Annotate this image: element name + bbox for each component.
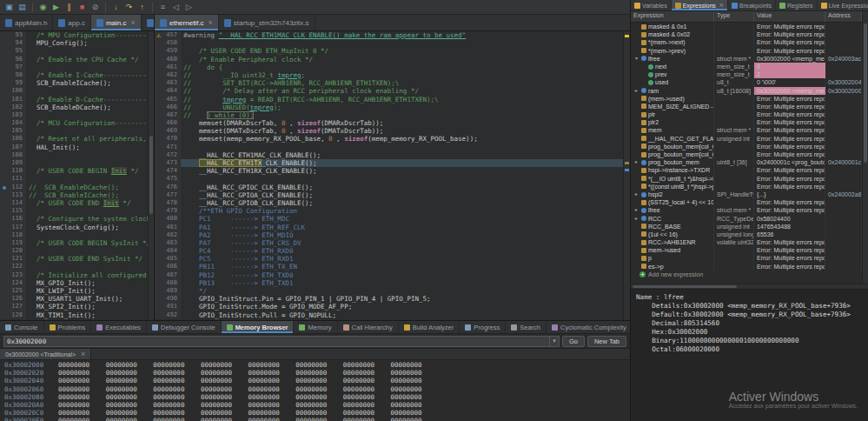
editor-tab[interactable]: mem.h: [142, 15, 154, 30]
expression-row[interactable]: mem->usedError: Multiple errors reported…: [631, 246, 862, 254]
code-line[interactable]: 116 /* Configure the system clock */: [0, 215, 148, 223]
code-line[interactable]: 119 /* USER CODE BEGIN SysInit */: [0, 239, 148, 247]
code-line[interactable]: 110 /* USER CODE BEGIN Init */: [0, 167, 148, 175]
code-line[interactable]: 105: [0, 127, 148, 135]
code-line[interactable]: 492 GPIO_InitStruct.Pull = GPIO_NOPULL;: [155, 311, 623, 319]
console-tab-search[interactable]: Search: [506, 321, 547, 333]
expressions-hscrollbar[interactable]: [631, 284, 868, 289]
code-line[interactable]: 476 __HAL_RCC_GPIOC_CLK_ENABLE();: [155, 184, 623, 191]
expression-row[interactable]: masked & 0x02Error: Multiple errors repo…: [631, 30, 862, 38]
code-line[interactable]: 95: [0, 47, 148, 55]
save-all-icon[interactable]: ▤: [17, 2, 28, 13]
step-return-icon[interactable]: ↑: [136, 2, 148, 13]
expression-row[interactable]: es->pError: Multiple errors reported.\ F…: [631, 263, 862, 271]
code-line[interactable]: 124 MX_GPIO_Init();: [0, 279, 148, 287]
expression-row[interactable]: ▸hspi2SPI_HandleTypeDef{...}0x240002a8: [631, 190, 862, 198]
code-line[interactable]: 103: [0, 111, 148, 119]
ruler-cursor-mark[interactable]: [625, 169, 629, 171]
code-line[interactable]: 475: [155, 175, 623, 183]
code-line[interactable]: 463// SET_BIT(RCC->AHB1ENR, RCC_AHB1ENR_…: [155, 79, 623, 87]
expressions-column-header[interactable]: Type: [714, 11, 754, 22]
back-icon[interactable]: ◁: [170, 2, 182, 13]
editor-tab[interactable]: startup_stm32h743zitx.s: [219, 15, 315, 30]
terminate-icon[interactable]: ■: [76, 2, 88, 13]
expander-icon[interactable]: ▸: [633, 87, 639, 95]
editor-tab[interactable]: appMain.h: [0, 15, 53, 30]
overview-ruler[interactable]: [623, 31, 630, 320]
console-tab-problems[interactable]: Problems: [44, 321, 92, 333]
expander-icon[interactable]: ▸: [633, 158, 639, 166]
memory-go-button[interactable]: Go: [562, 336, 585, 347]
code-line[interactable]: 111: [0, 175, 148, 183]
expression-row[interactable]: memstruct mem *Error: Multiple errors re…: [631, 126, 862, 134]
close-icon[interactable]: ×: [81, 350, 85, 358]
console-tab-executables[interactable]: Executables: [91, 321, 147, 333]
code-line[interactable]: 114 /* USER CODE END Init */: [0, 199, 148, 207]
code-line[interactable]: 477 __HAL_RCC_GPIOA_CLK_ENABLE();: [155, 191, 623, 199]
code-line[interactable]: 128 MX_TIM1_Init();: [0, 311, 148, 319]
add-expression-row[interactable]: + Add new expression: [631, 271, 862, 278]
memory-row[interactable]: 0x300020A000000000 00000000 00000000 000…: [4, 401, 628, 409]
memory-row[interactable]: 0x300020C000000000 00000000 00000000 000…: [4, 409, 628, 417]
expression-row[interactable]: (SST25_local + 4) << 10Error: Multiple e…: [631, 198, 862, 206]
code-line[interactable]: 473 __HAL_RCC_ETH1TX_CLK_ENABLE();: [155, 159, 623, 167]
code-line[interactable]: 125 MX_LWIP_Init();: [0, 287, 148, 295]
memory-address-input[interactable]: [3, 336, 550, 347]
editor-tab[interactable]: ethernetif.c×: [155, 15, 219, 30]
code-line[interactable]: 106 /* Reset of all peripherals, Initial…: [0, 135, 148, 143]
expression-row[interactable]: pError: Multiple errors reported.\ Faile…: [631, 254, 862, 262]
code-line[interactable]: 460 /* Enable Peripheral clock */: [155, 56, 623, 63]
code-line[interactable]: 465// tmpreg = READ_BIT(RCC->AHB1ENR, RC…: [155, 96, 623, 104]
console-tab-debugger-console[interactable]: Debugger Console: [147, 321, 222, 333]
chevron-down-icon[interactable]: ▾: [550, 336, 560, 347]
left-editor-scrollbar[interactable]: [148, 31, 154, 320]
memory-row[interactable]: 0x3000204000000000 00000000 00000000 000…: [4, 377, 628, 384]
close-icon[interactable]: ×: [209, 18, 213, 27]
expander-icon[interactable]: ▸: [633, 215, 639, 223]
suspend-icon[interactable]: ∥: [63, 2, 75, 13]
code-line[interactable]: 115: [0, 207, 148, 215]
expressions-column-header[interactable]: Expression: [631, 11, 714, 22]
code-line[interactable]: 482 PA2 ------> ETH_MDIO: [155, 231, 623, 239]
code-line[interactable]: 480 PC1 ------> ETH_MDC: [155, 215, 623, 223]
code-line[interactable]: 98 /* Enable I-Cache--------------------…: [0, 71, 148, 79]
code-line[interactable]: 99 SCB_EnableICache();: [0, 79, 148, 87]
code-line[interactable]: 490 GPIO_InitStruct.Pin = GPIO_PIN_1 | G…: [155, 295, 623, 303]
code-line[interactable]: 94 MPU_Config();: [0, 39, 148, 47]
editor-tab[interactable]: app.c: [53, 15, 91, 30]
code-line[interactable]: 474 __HAL_RCC_ETH1RX_CLK_ENABLE();: [155, 167, 623, 175]
code-line[interactable]: 491 GPIO_InitStruct.Mode = GPIO_MODE_AF_…: [155, 303, 623, 311]
code-line[interactable]: 107 HAL_Init();: [0, 144, 148, 151]
code-line[interactable]: 112// SCB_EnableDCache();: [0, 184, 148, 191]
tab-variables[interactable]: Variables: [631, 0, 672, 10]
editor-tab[interactable]: main.c×: [91, 15, 142, 30]
step-into-icon[interactable]: ↓: [110, 2, 122, 13]
console-tab-call-hierarchy[interactable]: Call Hierarchy: [338, 321, 399, 333]
memory-row[interactable]: 0x3000200000000000 00000000 00000000 000…: [4, 361, 628, 369]
memory-row[interactable]: 0x3000206000000000 00000000 00000000 000…: [4, 385, 628, 393]
expressions-scrollbar[interactable]: [862, 11, 868, 284]
code-line[interactable]: 461// do {: [155, 63, 623, 71]
code-line[interactable]: 100: [0, 87, 148, 95]
code-line[interactable]: 483 PA7 ------> ETH_CRS_DV: [155, 239, 623, 247]
expression-row[interactable]: (1ul << 16)unsigned long65536: [631, 231, 862, 238]
expression-row[interactable]: RCC->AHB1ENRvolatile uint32_tError: Mult…: [631, 238, 862, 246]
expression-row[interactable]: prog_bouton_mem[col_CT - 1]Error: Multip…: [631, 143, 862, 150]
expression-row[interactable]: prog_bouton_mem[col_CT]Error: Multiple e…: [631, 150, 862, 158]
code-line[interactable]: 481 PA1 ------> ETH_REF_CLK: [155, 224, 623, 231]
ruler-occurrence-mark[interactable]: [625, 162, 629, 164]
console-tab-build-analyzer[interactable]: Build Analyzer: [399, 321, 461, 333]
console-tab-console[interactable]: Console: [0, 321, 44, 333]
code-line[interactable]: 484 PC4 ------> ETH_RXD0: [155, 247, 623, 255]
expression-row[interactable]: hspi->Instance->TXDRError: Multiple erro…: [631, 166, 862, 174]
code-line[interactable]: 458: [155, 39, 623, 47]
code-line[interactable]: 467// } while (0);: [155, 111, 623, 119]
tab-registers[interactable]: Registers: [776, 0, 818, 10]
expression-row[interactable]: ▾lfreestruct mem *0x30002000 <memp_memor…: [631, 55, 862, 63]
memory-row[interactable]: 0x3000202000000000 00000000 00000000 000…: [4, 369, 628, 377]
expression-row[interactable]: (mem->used)Error: Multiple errors report…: [631, 95, 862, 103]
code-line[interactable]: 127 MX_SPI2_Init();: [0, 303, 148, 311]
expression-row[interactable]: RCC_BASEunsigned int1476543488: [631, 223, 862, 231]
memory-row[interactable]: 0x3000208000000000 00000000 00000000 000…: [4, 393, 628, 401]
expression-row[interactable]: ▸lfreestruct mem *Error: Multiple errors…: [631, 206, 862, 214]
